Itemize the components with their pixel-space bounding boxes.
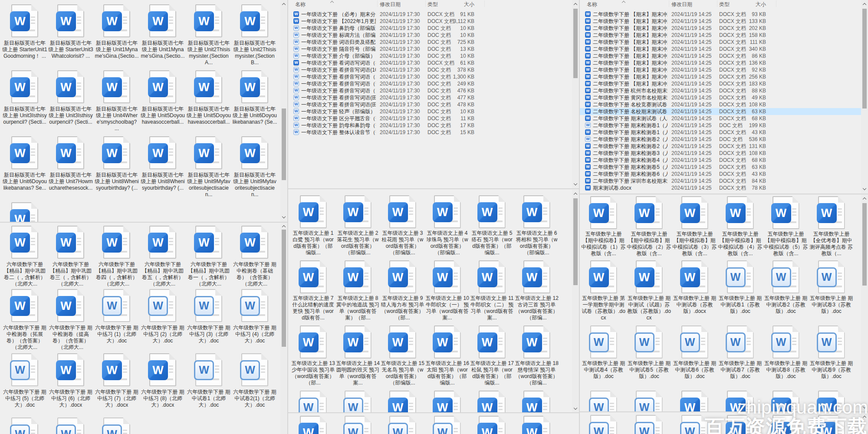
file-row[interactable]: W二年级数学下册 【期末】期末冲刺卷（...2024/11/19 14:25DO… <box>580 73 861 80</box>
file-row[interactable]: W二年级数学下册 【期末】期末冲刺卷（...2024/11/19 14:25DO… <box>580 53 861 59</box>
file-item[interactable]: W五年级语文上册 12 古诗三首 预习单（word版有答案）（部编... <box>514 260 559 322</box>
file-row[interactable]: W一年级语文下册 看拼音写词语(田字格)...2024/11/19 17:30D… <box>288 94 569 101</box>
file-item[interactable]: W <box>335 416 380 434</box>
file-item[interactable]: W六年级数学下册 【精品】期中巩固卷四（，含解析）（北师大... <box>94 226 140 288</box>
file-row[interactable]: W二年级数学下册 【期末】期末冲刺卷（...2024/11/19 14:25DO… <box>580 66 861 73</box>
scroll-up-icon[interactable] <box>863 2 866 5</box>
scrollbar-mid-bottom[interactable] <box>572 190 579 412</box>
file-item[interactable]: W六年级数学下册 期中练习 (6)（北师大）.docx <box>48 353 94 416</box>
scrollbar-mid-top[interactable] <box>572 0 579 188</box>
file-item[interactable]: W <box>380 391 425 412</box>
file-item[interactable]: W新目标版英语七年级上册 Unit9Myfavoritesubjectisaci… <box>186 136 232 199</box>
file-item[interactable]: W六年级数学下册 【精品】期中巩固卷三（，含解析）（北师大... <box>48 226 94 288</box>
file-item[interactable]: W五年级语文上册 1 白鹭 预习单（word版有答案）（部编版... <box>291 195 335 257</box>
file-row[interactable]: W一年级语文下册 鼻韵母（部编版）.doc2024/11/19 17:30DOC… <box>288 25 569 32</box>
column-header-size[interactable]: 大小 <box>436 1 474 8</box>
file-row[interactable]: W二年级数学下册 期末检测卷1（人教版...2024/11/19 14:25DO… <box>580 122 861 129</box>
scrollbar-thumb[interactable] <box>282 230 286 347</box>
file-item[interactable]: W六年级数学下册 期中练习 (3)（北师大）.doc <box>186 289 232 352</box>
file-item[interactable]: W <box>514 391 559 412</box>
file-item[interactable]: W新目标版英语七年级上册 Unit7Howmucharethesesock... <box>48 136 94 199</box>
file-item[interactable]: W <box>809 415 854 434</box>
file-item[interactable]: W新目标版英语七年级上册 Unit2Thisismysister.(Sectio… <box>186 4 232 67</box>
file-row[interactable]: W二年级数学下册 名校期末测试卷（人教...2024/11/19 14:25DO… <box>580 108 861 115</box>
file-row[interactable]: W二年级数学下册 【期末】期末冲刺卷（...2024/11/19 14:25DO… <box>580 80 861 87</box>
file-item[interactable]: W五年级数学上册 【期中模拟卷】期中模拟试卷（4）苏教版（含... <box>717 196 763 258</box>
file-item[interactable]: W <box>48 418 94 434</box>
file-item[interactable]: W五年级数学上册 期中测试卷4（苏教版）.doc <box>581 326 626 387</box>
file-row[interactable]: W一年级语文下册 看拼音写词语(10页)（...2024/11/19 17:30… <box>288 66 569 73</box>
scrollbar-right-bottom[interactable] <box>861 194 868 411</box>
file-item[interactable]: W <box>763 391 809 411</box>
file-item[interactable]: W六年级数学下册 【精品】期中巩固卷五（，含解析）（北师大... <box>140 226 186 288</box>
file-item[interactable]: W新目标版英语七年级上册 Unit8Whenisyourbirthday? (.… <box>94 136 140 199</box>
file-item[interactable]: W新目标版英语七年级上册 Unit3Isthisyourpencil? (Sec… <box>48 70 94 133</box>
column-header-name[interactable]: 名称 <box>587 1 597 8</box>
scrollbar-thumb[interactable] <box>573 9 578 78</box>
file-item[interactable]: W六年级数学下册 期中检测卷（提高卷）（含答案）（北师大... <box>48 289 94 352</box>
file-item[interactable]: W五年级数学上册 期中测试卷5（苏教版）.doc <box>626 326 672 387</box>
file-item[interactable]: W新目标版英语七年级上册 Unit1Myname'sGina.(Sectio..… <box>140 4 186 67</box>
file-row[interactable]: W二年级数学下册 深圳市名校期末测试卷...2024/11/19 14:25DO… <box>580 178 861 184</box>
file-item[interactable]: W新目标版英语七年级上册 StarterUnit1Goodmorning！ ..… <box>2 4 48 67</box>
scrollbar-right-top[interactable] <box>861 0 868 193</box>
file-item[interactable]: W <box>291 391 335 412</box>
file-item[interactable]: W五年级语文上册 18 慈母情深 预习单（word版有答案）（部编... <box>514 326 559 387</box>
file-item[interactable]: W <box>672 391 717 411</box>
file-row[interactable]: W一年级语文下册 词语归类及搭配（部编...2024/11/19 17:30DO… <box>288 39 569 46</box>
scrollbar-right-strip[interactable] <box>861 412 868 434</box>
file-item[interactable]: W五年级数学上册 期中测试卷7（苏教版）.doc <box>717 326 763 387</box>
file-row[interactable]: W一年级语文下册 整体认读音节（部编版...2024/11/19 17:30DO… <box>288 129 569 136</box>
file-item[interactable]: W六年级数学下册 期中练习 (2)（北师大）.doc <box>140 289 186 352</box>
file-item[interactable]: W <box>380 416 425 434</box>
file-item[interactable]: W新目标版英语七年级上册 Unit8Whenisyourbirthday? (.… <box>140 136 186 199</box>
scroll-up-icon[interactable] <box>282 224 285 227</box>
scroll-up-icon[interactable] <box>574 2 577 5</box>
file-item[interactable]: W五年级数学上册 【全优考卷】期中测评高频考点卷 苏教版（... <box>809 196 854 258</box>
file-item[interactable]: W五年级数学上册 【期中模拟卷】期中模拟试卷（1）苏教版（含... <box>581 196 626 258</box>
file-item[interactable]: W五年级数学上册 期中测试卷8（苏教版）.doc <box>763 326 809 387</box>
scrollbar-left-top[interactable] <box>280 0 287 222</box>
file-item[interactable]: W <box>763 415 809 434</box>
file-item[interactable]: W五年级语文上册 5 搭石 预习单（word版有答案）（部编版... <box>470 195 514 257</box>
file-item[interactable]: W <box>335 391 380 412</box>
column-header-date[interactable]: 修改日期 <box>380 1 401 8</box>
file-row[interactable]: W二年级数学下册 【期末】期末冲刺卷（...2024/11/19 14:25DO… <box>580 59 861 66</box>
file-item[interactable]: W六年级数学下册 期中试卷2(1)（北师大）.doc <box>232 353 278 416</box>
file-row[interactable]: W一年级语文下册 韵母和鼻韵母（部编版...2024/11/19 17:30DO… <box>288 122 569 129</box>
scroll-down-icon[interactable] <box>574 407 577 410</box>
file-item[interactable]: W <box>514 416 559 434</box>
file-item[interactable]: W <box>470 416 514 434</box>
column-header-name[interactable]: 名称 <box>295 1 306 8</box>
file-item[interactable]: W六年级数学下册 【精品】期中巩固卷二（，含解析）（北师大... <box>2 226 48 288</box>
file-item[interactable]: W五年级数学上册 期中测试卷2（苏教版）.doc <box>763 260 809 322</box>
file-item[interactable]: W <box>626 415 672 434</box>
file-row[interactable]: W一年级语文下册 介母（部编版）.doc2024/11/19 17:30DOC … <box>288 53 569 59</box>
scroll-up-icon[interactable] <box>863 197 866 200</box>
file-item[interactable]: W六年级数学下册 【精品】期中巩固卷一（，含解析）（北师大... <box>186 226 232 288</box>
file-item[interactable]: W五年级语文上册 3 桂花雨 预习单（word版有答案）（部编版... <box>380 195 425 257</box>
file-item[interactable]: W五年级数学上册 期中测试卷1（苏教版）.doc <box>717 260 763 322</box>
column-header-size[interactable]: 大小 <box>727 1 766 8</box>
file-item[interactable]: W五年级语文上册 16 太阳 预习单（word版有答案）（部编版... <box>425 326 470 387</box>
file-row[interactable]: W二年级数学下册 期末检测卷6（人教版...2024/11/19 14:25DO… <box>580 171 861 178</box>
file-row[interactable]: W一年级语文下册 看拼音写词语（22页）...2024/11/19 17:30D… <box>288 73 569 80</box>
file-item[interactable]: W新目标版英语七年级上册 Unit9Myfavoritesubjectisaci… <box>232 136 278 199</box>
file-item[interactable]: W五年级语文上册 2 落花生 预习单（word版有答案）（部编版... <box>335 195 380 257</box>
scroll-down-icon[interactable] <box>282 215 285 218</box>
file-item[interactable]: W新目标版英语七年级上册 Unit3Isthisyourpencil? (Sec… <box>2 70 48 133</box>
file-row[interactable]: W一年级语文下册 标调方法（部编版）.doc2024/11/19 17:30DO… <box>288 32 569 39</box>
file-row[interactable]: W二年级数学下册 杭州市名校期末测试卷...2024/11/19 14:25DO… <box>580 87 861 94</box>
file-row[interactable]: W一年级语文下册 看词语写词语（8页）...2024/11/19 17:30DO… <box>288 59 569 66</box>
file-item[interactable]: W <box>809 391 854 411</box>
file-row[interactable]: W二年级数学下册 期末检测卷3（人教版...2024/11/19 14:25DO… <box>580 150 861 157</box>
file-item[interactable]: W新目标版英语七年级上册 Unit2Thisismysister.(Sectio… <box>232 4 278 67</box>
file-item[interactable]: W <box>581 415 626 434</box>
file-item[interactable]: W <box>2 418 48 434</box>
file-item[interactable]: W五年级语文上册 4 珍珠鸟 预习单（word版有答案）（部编版... <box>425 195 470 257</box>
file-row[interactable]: W二年级数学下册 期末测试卷（人教版）....2024/11/19 14:25D… <box>580 115 861 122</box>
scroll-up-icon[interactable] <box>574 192 577 195</box>
file-item[interactable]: W五年级数学上册 期中测试卷9（苏教版）.doc <box>809 326 854 387</box>
file-row[interactable]: W一年级语文下册 区分平翘舌音（部编版...2024/11/19 17:30DO… <box>288 115 569 122</box>
file-item[interactable]: W六年级数学下册 期中练习 (7)（北师大）.docx <box>94 353 140 416</box>
